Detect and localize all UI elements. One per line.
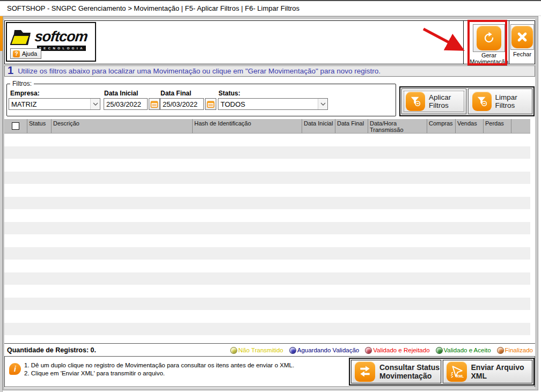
help-button[interactable]: ? Ajuda — [10, 48, 41, 59]
exchange-arrows-icon — [355, 361, 375, 382]
send-xml-icon: XML — [447, 361, 467, 382]
calendar-icon — [207, 100, 215, 108]
status-bar: Quantidade de Registros: 0. Não Transmit… — [4, 343, 535, 356]
header-band: softcom TECNOLOGIA ? Ajuda Gerar Movimen… — [4, 20, 535, 64]
aplicar-filtros-label: Aplicar Filtros — [429, 93, 451, 109]
filter-buttons-panel: Aplicar Filtros Limpar Filtros — [399, 86, 535, 116]
window-title: SOFTSHOP - SNGPC Gerenciamento > Movimen… — [7, 4, 299, 12]
column-header-empty — [511, 119, 530, 133]
chevron-down-icon[interactable] — [90, 99, 100, 109]
footer-notes: 1. Dê um duplo clique no registro de Mov… — [24, 361, 294, 378]
calendar-icon — [150, 100, 158, 108]
gerar-movimentacao-button[interactable] — [473, 24, 505, 52]
column-header-data-inicial[interactable]: Data Inicial — [302, 119, 335, 133]
select-all-checkbox[interactable] — [12, 122, 19, 130]
status-dot-red — [365, 347, 372, 354]
fechar-button[interactable] — [510, 24, 534, 50]
filters-groupbox: Filtros: Empresa: MATRIZ Data Inicial 25… — [6, 84, 396, 116]
column-header-vendas[interactable]: Vendas — [455, 119, 483, 133]
status-select[interactable]: TODOS — [218, 98, 328, 110]
generate-icon-tile — [477, 26, 501, 50]
footer-note-1: 1. Dê um duplo clique no registro de Mov… — [24, 361, 294, 369]
aplicar-filtros-button[interactable]: Aplicar Filtros — [401, 88, 466, 114]
help-button-label: Ajuda — [22, 50, 37, 57]
svg-text:XML: XML — [456, 374, 463, 378]
filter-clear-icon — [472, 92, 492, 111]
data-inicial-calendar-button[interactable] — [149, 98, 160, 110]
data-inicial-label: Data Inicial — [104, 90, 138, 97]
table-header-row: Status Descrição Hash de Identificação D… — [4, 119, 530, 134]
fechar-label: Fechar — [508, 51, 536, 57]
data-final-label: Data Final — [160, 90, 191, 97]
enviar-xml-label: Enviar Arquivo XML — [471, 363, 524, 380]
instruction-text: Utilize os filtros abaixo para localizar… — [18, 67, 381, 75]
empresa-select[interactable]: MATRIZ — [9, 98, 100, 110]
instruction-bar: 1 Utilize os filtros abaixo para localiz… — [4, 65, 535, 77]
logo-box: softcom TECNOLOGIA ? Ajuda — [6, 22, 96, 62]
close-icon-tile — [511, 26, 533, 48]
logo-wordmark: softcom — [34, 28, 88, 45]
status-dot-orange — [497, 347, 504, 354]
status-value: TODOS — [218, 100, 318, 108]
limpar-filtros-button[interactable]: Limpar Filtros — [468, 88, 533, 114]
data-final-calendar-button[interactable] — [205, 98, 216, 110]
title-bar: SOFTSHOP - SNGPC Gerenciamento > Movimen… — [0, 0, 541, 16]
column-header-status[interactable]: Status — [27, 119, 51, 133]
footer-note-2: 2. Clique em 'Enviar XML' para transmiti… — [24, 369, 294, 378]
status-dot-blue — [289, 347, 296, 354]
record-count: Quantidade de Registros: 0. — [7, 346, 96, 354]
step-number: 1 — [8, 64, 13, 77]
question-icon: ? — [13, 50, 20, 57]
legend-item-finalizado: Finalizado — [497, 347, 533, 354]
refresh-icon — [482, 31, 496, 45]
column-header-data-hora-transmissao[interactable]: Data/Hora Transmissão — [368, 119, 427, 133]
chevron-down-icon[interactable] — [318, 99, 327, 109]
footer-buttons-panel: Consultar Status Movimentação XML Enviar… — [349, 358, 535, 386]
column-header-hash[interactable]: Hash de Identificação — [192, 119, 302, 133]
info-icon: i — [9, 363, 21, 375]
logo-tagline: TECNOLOGIA — [37, 46, 86, 51]
column-header-descricao[interactable]: Descrição — [51, 119, 192, 133]
filters-group-label: Filtros: — [10, 80, 34, 87]
legend-item-validado-aceito: Validado e Aceito — [436, 347, 491, 354]
data-inicial-field[interactable]: 25/03/2022 — [104, 98, 148, 110]
status-dot-yellow — [230, 347, 237, 354]
status-dot-green — [436, 347, 443, 354]
footer-panel: i 1. Dê um duplo clique no registro de M… — [4, 356, 535, 387]
select-all-cell — [4, 119, 27, 133]
enviar-xml-button[interactable]: XML Enviar Arquivo XML — [443, 360, 533, 383]
app-window: SOFTSHOP - SNGPC Gerenciamento > Movimen… — [0, 0, 541, 392]
legend-item-validado-rejeitado: Validado e Rejeitado — [365, 347, 429, 354]
table-body-empty — [4, 134, 530, 343]
consultar-status-button[interactable]: Consultar Status Movimentação — [351, 360, 441, 383]
column-header-perdas[interactable]: Perdas — [483, 119, 511, 133]
folder-logo-icon — [10, 27, 34, 49]
consultar-status-label: Consultar Status Movimentação — [379, 363, 440, 380]
legend-item-nao-transmitido: Não Transmitido — [230, 347, 283, 354]
filter-apply-icon — [406, 92, 425, 111]
empresa-value: MATRIZ — [9, 100, 90, 108]
empresa-label: Empresa: — [10, 90, 40, 97]
status-label: Status: — [218, 90, 240, 97]
column-header-compras[interactable]: Compras — [427, 119, 455, 133]
data-final-field[interactable]: 25/03/2022 — [160, 98, 204, 110]
status-legend: Não Transmitido Aguardando Validação Val… — [230, 344, 533, 357]
legend-item-aguardando-validacao: Aguardando Validação — [289, 347, 360, 354]
column-header-data-final[interactable]: Data Final — [335, 119, 368, 133]
close-icon — [516, 31, 529, 43]
limpar-filtros-label: Limpar Filtros — [495, 93, 517, 109]
